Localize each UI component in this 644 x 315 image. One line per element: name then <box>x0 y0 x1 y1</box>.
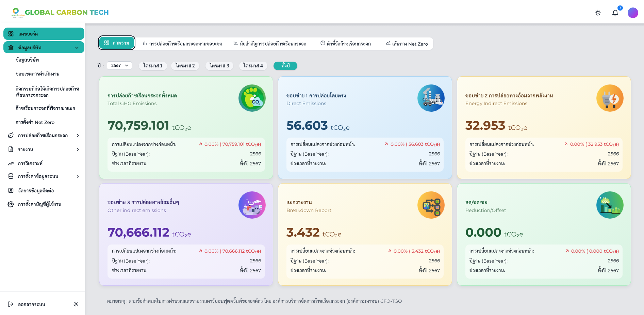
svg-text:CO2: CO2 <box>602 200 609 203</box>
svg-text:CO: CO <box>252 99 259 105</box>
svg-text:2: 2 <box>259 102 260 106</box>
